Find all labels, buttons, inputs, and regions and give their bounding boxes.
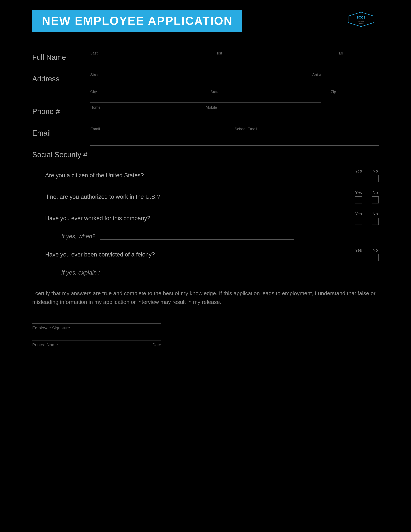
felony-yes-item: Yes: [355, 248, 362, 261]
questions-section: Are you a citizen of the United States? …: [32, 169, 379, 276]
svg-text:BCCS: BCCS: [356, 16, 366, 19]
address-sub1: Street Apt #: [90, 72, 379, 77]
ssn-inputs: [90, 145, 379, 147]
address-inputs: Street Apt # City State Zip: [90, 70, 379, 94]
fullname-sublabels: Last First MI: [90, 50, 379, 56]
felony-ifyes-row: If yes, explain :: [61, 269, 379, 276]
question-citizen-row: Are you a citizen of the United States? …: [45, 169, 379, 182]
address-label: Address: [32, 70, 90, 83]
phone-row: Phone # Home Mobile: [32, 102, 379, 116]
employee-sig-row: Employee Signature: [32, 323, 379, 331]
printed-name-sublabel-container: Printed Name: [32, 342, 137, 347]
felony-yes-label: Yes: [355, 248, 362, 253]
worked-ifyes-row: If yes, when?: [61, 233, 379, 240]
zip-sublabel: Zip: [331, 90, 379, 94]
fullname-row: Full Name Last First MI: [32, 48, 379, 62]
worked-ifyes-line: [100, 239, 294, 240]
felony-yes-checkbox[interactable]: [355, 254, 362, 261]
question-worked-row: Have you ever worked for this company? Y…: [45, 211, 379, 225]
logo-area: BCCS responsible students: [343, 10, 379, 29]
apt-sublabel: Apt #: [312, 73, 379, 77]
email-sublabels: Email School Email: [90, 126, 379, 131]
address-sub2: City State Zip: [90, 89, 379, 94]
page: NEW EMPLOYEE APPLICATION BCCS responsibl…: [0, 0, 411, 532]
fullname-inputs: Last First MI: [90, 48, 379, 56]
citizen-yes-checkbox[interactable]: [355, 175, 362, 182]
worked-yesno: Yes No: [355, 211, 379, 225]
felony-ifyes-label: If yes, explain :: [61, 269, 100, 276]
printed-name-label: Printed Name: [32, 342, 58, 347]
felony-ifyes-line: [105, 275, 298, 276]
authorized-no-item: No: [372, 190, 379, 203]
mobile-sublabel: Mobile: [206, 105, 321, 110]
form-section: Full Name Last First MI Address: [32, 48, 379, 159]
employee-sig-line: [32, 323, 161, 323]
citizen-no-label: No: [373, 169, 378, 174]
worked-ifyes-label: If yes, when?: [61, 233, 95, 240]
certification-section: I certify that my answers are true and c…: [32, 289, 379, 306]
worked-no-label: No: [373, 211, 378, 217]
worked-yes-item: Yes: [355, 211, 362, 225]
employee-sig-label: Employee Signature: [32, 325, 379, 331]
phone-sublabels: Home Mobile: [90, 104, 321, 110]
felony-no-label: No: [373, 248, 378, 253]
date-sublabel-container: Date: [137, 342, 161, 347]
authorized-yes-checkbox[interactable]: [355, 196, 362, 203]
fullname-label: Full Name: [32, 48, 90, 62]
svg-text:students: students: [359, 22, 364, 24]
worked-no-checkbox[interactable]: [372, 218, 379, 225]
authorized-no-checkbox[interactable]: [372, 196, 379, 203]
svg-marker-0: [348, 12, 374, 27]
authorized-yes-label: Yes: [355, 190, 362, 195]
citizen-yes-item: Yes: [355, 169, 362, 182]
email-sublabel: Email: [90, 127, 234, 131]
authorized-yes-item: Yes: [355, 190, 362, 203]
question-authorized-row: If no, are you authorized to work in the…: [45, 190, 379, 203]
last-sublabel: Last: [90, 51, 215, 56]
worked-no-item: No: [372, 211, 379, 225]
question-felony-text: Have you ever been convicted of a felony…: [45, 251, 348, 258]
signature-section: Employee Signature Printed Name Date: [32, 323, 379, 347]
svg-text:responsible: responsible: [358, 21, 364, 22]
email-row: Email Email School Email: [32, 124, 379, 137]
city-sublabel: City: [90, 90, 211, 94]
school-email-sublabel: School Email: [234, 127, 379, 131]
citizen-yes-label: Yes: [355, 169, 362, 174]
title-banner: NEW EMPLOYEE APPLICATION: [32, 10, 243, 32]
email-inputs: Email School Email: [90, 124, 379, 131]
worked-yes-checkbox[interactable]: [355, 218, 362, 225]
ssn-label: Social Security #: [32, 145, 90, 159]
home-sublabel: Home: [90, 105, 206, 110]
authorized-yesno: Yes No: [355, 190, 379, 203]
email-label: Email: [32, 124, 90, 137]
printed-name-line: [32, 340, 161, 341]
page-title: NEW EMPLOYEE APPLICATION: [42, 14, 233, 28]
felony-no-checkbox[interactable]: [372, 254, 379, 261]
ssn-row: Social Security #: [32, 145, 379, 159]
citizen-no-checkbox[interactable]: [372, 175, 379, 182]
question-worked-text: Have you ever worked for this company?: [45, 215, 348, 222]
printed-name-sublabels: Printed Name Date: [32, 342, 161, 347]
company-logo: BCCS responsible students: [346, 11, 375, 28]
felony-yesno: Yes No: [355, 248, 379, 261]
authorized-no-label: No: [373, 190, 378, 195]
state-sublabel: State: [211, 90, 331, 94]
phone-label: Phone #: [32, 102, 90, 116]
worked-yes-label: Yes: [355, 211, 362, 217]
citizen-yesno: Yes No: [355, 169, 379, 182]
printed-name-row: Printed Name Date: [32, 340, 379, 347]
mi-sublabel: MI: [339, 51, 379, 56]
question-authorized-text: If no, are you authorized to work in the…: [45, 193, 348, 200]
address-row: Address Street Apt # City: [32, 70, 379, 94]
certification-text: I certify that my answers are true and c…: [32, 289, 379, 306]
header: NEW EMPLOYEE APPLICATION BCCS responsibl…: [32, 10, 379, 32]
first-sublabel: First: [215, 51, 339, 56]
question-citizen-text: Are you a citizen of the United States?: [45, 172, 348, 179]
date-label: Date: [152, 342, 161, 347]
phone-inputs: Home Mobile: [90, 102, 379, 110]
felony-no-item: No: [372, 248, 379, 261]
question-felony-row: Have you ever been convicted of a felony…: [45, 248, 379, 261]
citizen-no-item: No: [372, 169, 379, 182]
street-sublabel: Street: [90, 73, 312, 77]
